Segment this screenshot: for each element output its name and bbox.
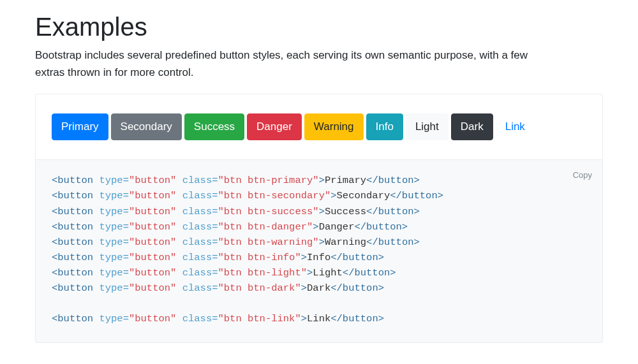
page-subtitle: Bootstrap includes several predefined bu… xyxy=(35,47,545,81)
light-button[interactable]: Light xyxy=(406,113,449,140)
example-box: PrimarySecondarySuccessDangerWarningInfo… xyxy=(35,94,603,160)
dark-button[interactable]: Dark xyxy=(451,113,493,140)
info-button[interactable]: Info xyxy=(366,113,403,140)
danger-button[interactable]: Danger xyxy=(247,113,302,140)
code-box: Copy<button type="button" class="btn btn… xyxy=(35,160,603,342)
primary-button[interactable]: Primary xyxy=(52,113,108,140)
secondary-button[interactable]: Secondary xyxy=(111,113,182,140)
warning-button[interactable]: Warning xyxy=(304,113,364,140)
link-button[interactable]: Link xyxy=(496,113,535,140)
success-button[interactable]: Success xyxy=(184,113,244,140)
page-heading: Examples xyxy=(35,13,603,41)
copy-button[interactable]: Copy xyxy=(573,169,592,182)
